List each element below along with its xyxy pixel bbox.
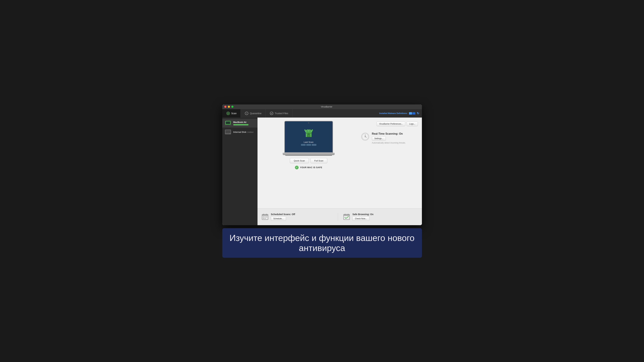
tab-scan[interactable]: Scan: [222, 109, 241, 117]
schedule-button[interactable]: Schedule...: [271, 216, 286, 221]
svg-rect-37: [264, 216, 266, 217]
safe-browsing-info: Safe Browsing: On Check Now...: [352, 213, 374, 221]
safe-label: YOUR MAC IS SAFE: [300, 166, 322, 169]
quarantine-tab-icon: !: [245, 111, 248, 115]
svg-rect-36: [263, 216, 264, 217]
svg-rect-38: [266, 216, 267, 217]
laptop-icon: [224, 121, 231, 126]
quick-scan-button[interactable]: Quick Scan: [290, 158, 309, 163]
top-buttons: VirusBarrier Preferences... Logs...: [361, 122, 418, 126]
svg-rect-39: [263, 218, 264, 219]
malware-bar-1: [409, 112, 412, 114]
sidebar-item-macbook[interactable]: MacBook Air: [222, 119, 258, 128]
svg-rect-18: [304, 129, 306, 131]
last-scan-label: Last Scan: [304, 141, 314, 143]
svg-rect-33: [262, 214, 268, 216]
realtime-title: Real-Time Scanning: On: [372, 132, 406, 135]
sidebar-item-disk[interactable]: Internal Disk Untitled: [222, 128, 258, 136]
realtime-settings-button[interactable]: Settings...: [372, 136, 386, 141]
last-scan-date: [301, 144, 316, 146]
scan-tab-icon: [226, 111, 230, 115]
malware-label: Installed Malware Definitions:: [379, 112, 408, 114]
svg-rect-40: [264, 218, 266, 219]
trusted-tab-label: Trusted Files: [275, 112, 288, 115]
main-content: MacBook Air Internal Disk Untitled: [222, 117, 422, 225]
realtime-description: Automatically detect incoming threats.: [372, 142, 406, 144]
tab-bar: Scan ! Quarantine Trusted Files Installe…: [222, 109, 422, 117]
svg-rect-19: [307, 129, 308, 131]
svg-rect-7: [226, 121, 230, 124]
maximize-button[interactable]: [231, 106, 234, 108]
svg-rect-11: [226, 130, 230, 133]
svg-point-13: [230, 133, 230, 134]
svg-rect-9: [227, 125, 229, 126]
disk-info: Internal Disk Untitled: [233, 130, 254, 133]
window-title: VirusBarrier: [234, 105, 420, 108]
right-panel: VirusBarrier Preferences... Logs... R: [361, 121, 418, 205]
disk-icon: [224, 129, 231, 135]
safe-browsing-section: Safe Browsing: On Check Now...: [338, 213, 418, 221]
disk-sub: Untitled: [247, 131, 253, 133]
scan-visual: Last Scan Quick Scan Full Scan: [262, 121, 356, 205]
macbook-name: MacBook Air: [233, 121, 248, 123]
realtime-info: Real-Time Scanning: On Settings... Autom…: [372, 132, 406, 144]
full-scan-button[interactable]: Full Scan: [310, 158, 327, 163]
svg-rect-26: [306, 131, 311, 133]
svg-rect-21: [310, 129, 310, 131]
scheduled-title: Scheduled Scans: Off: [271, 213, 295, 216]
traffic-lights: [224, 106, 234, 108]
subtitle-text: Изучите интерфейс и функции вашего новог…: [230, 233, 414, 253]
macbook-info: MacBook Air: [233, 121, 248, 125]
realtime-icon: [361, 132, 370, 141]
scan-buttons: Quick Scan Full Scan: [290, 158, 327, 163]
svg-rect-8: [224, 125, 231, 125]
subtitle-banner: Изучите интерфейс и функции вашего новог…: [222, 228, 422, 258]
svg-point-2: [228, 113, 228, 114]
svg-point-5: [270, 112, 273, 115]
sidebar: MacBook Air Internal Disk Untitled: [222, 117, 258, 225]
scheduled-section: Scheduled Scans: Off Schedule...: [262, 213, 336, 221]
malware-bars: [409, 112, 415, 114]
app-window: VirusBarrier Scan ! Quarantine Trusted F…: [222, 104, 422, 225]
title-bar: VirusBarrier: [222, 104, 422, 109]
scan-tab-label: Scan: [231, 112, 237, 115]
refresh-icon[interactable]: ↻: [417, 111, 419, 115]
safe-check-icon: ✓: [295, 166, 298, 169]
laptop-foot: [285, 155, 332, 156]
scheduled-icon: [262, 213, 268, 220]
malware-info: Installed Malware Definitions: ↻: [376, 109, 422, 117]
quarantine-tab-label: Quarantine: [250, 112, 261, 115]
tab-quarantine[interactable]: ! Quarantine: [241, 109, 266, 117]
laptop-base: [283, 153, 335, 155]
castle-icon: [304, 128, 313, 138]
safe-badge: ✓ YOUR MAC IS SAFE: [295, 166, 322, 169]
safe-browsing-title: Safe Browsing: On: [352, 213, 374, 216]
malware-bar-2: [412, 112, 415, 114]
scheduled-info: Scheduled Scans: Off Schedule...: [271, 213, 295, 221]
svg-rect-23: [307, 134, 310, 137]
svg-rect-20: [308, 129, 309, 131]
content-area: Last Scan Quick Scan Full Scan: [258, 117, 422, 225]
logs-button[interactable]: Logs...: [407, 122, 418, 126]
minimize-button[interactable]: [228, 106, 230, 108]
disk-name: Internal Disk: [233, 131, 246, 133]
svg-point-31: [365, 136, 366, 137]
tab-trusted[interactable]: Trusted Files: [266, 109, 292, 117]
laptop-visual: Last Scan: [283, 121, 335, 156]
trusted-tab-icon: [270, 111, 274, 115]
svg-rect-22: [312, 129, 313, 131]
content-top: Last Scan Quick Scan Full Scan: [258, 117, 422, 208]
preferences-button[interactable]: VirusBarrier Preferences...: [376, 122, 405, 126]
svg-text:!: !: [246, 112, 247, 114]
check-now-button[interactable]: Check Now...: [352, 216, 370, 221]
safe-browsing-icon: [343, 213, 350, 220]
close-button[interactable]: [224, 106, 226, 108]
svg-rect-42: [344, 214, 350, 216]
realtime-section: Real-Time Scanning: On Settings... Autom…: [361, 132, 418, 144]
laptop-screen: Last Scan: [284, 121, 333, 153]
device-status-bar: [233, 124, 248, 125]
bottom-bar: Scheduled Scans: Off Schedule... Safe Br…: [258, 208, 422, 225]
